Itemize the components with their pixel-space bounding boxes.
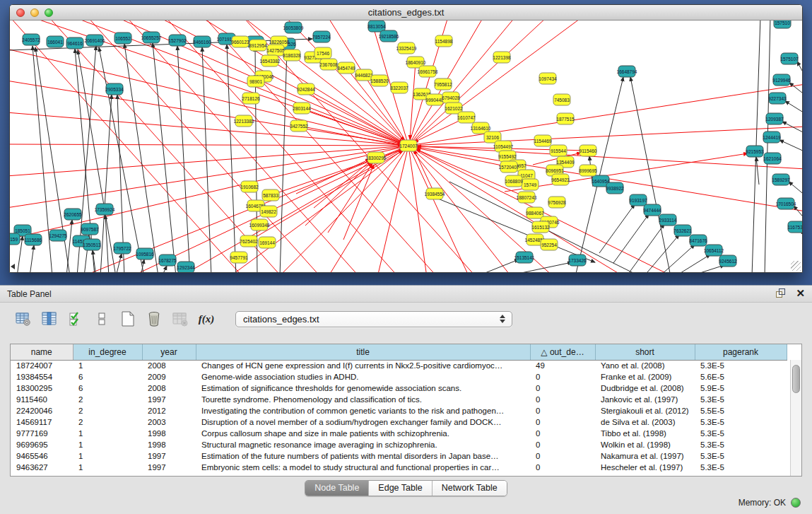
citation-edge[interactable] [10,144,408,146]
table-cell[interactable]: Yano et al. (2008) [595,360,695,371]
edge[interactable] [675,255,710,272]
window-titlebar[interactable]: citations_edges.txt [10,5,802,21]
table-cell[interactable]: 5.3E-5 [695,360,787,371]
graph-node[interactable]: 9242844 [297,83,315,95]
table-cell[interactable]: 22420046 [11,405,73,416]
network-graph[interactable]: 2405572166041964616206914061065521065525… [10,21,802,272]
network-canvas[interactable]: 2405572166041964616206914061065521065525… [10,21,802,272]
graph-node[interactable]: 9938922 [606,182,624,194]
table-row[interactable]: 1830029562008Estimation of significance … [11,382,787,394]
table-cell[interactable]: Changes of HCN gene expression and I(f) … [196,360,530,371]
graph-node[interactable]: 9660123 [231,36,249,47]
graph-node[interactable]: 17359924 [95,204,115,215]
column-header-title[interactable]: title [196,344,530,360]
table-cell[interactable]: 5.3E-5 [695,439,787,450]
edge[interactable] [177,46,190,272]
graph-node[interactable]: 9756928 [548,197,566,208]
table-cell[interactable]: Estimation of significance thresholds fo… [196,382,530,394]
table-cell[interactable]: 2003 [142,416,196,428]
memory-status-icon[interactable] [791,498,801,508]
checklist-icon[interactable] [67,310,84,327]
graph-node[interactable]: 9654923 [551,174,570,185]
table-cell[interactable]: 5.5E-5 [695,405,787,416]
table-selector-dropdown[interactable]: citations_edges.txt [235,311,512,327]
tab-node-table[interactable]: Node Table [305,481,369,496]
edge[interactable] [629,224,664,272]
tab-network-table[interactable]: Network Table [433,481,507,496]
table-cell[interactable]: 5.3E-5 [695,450,787,462]
graph-node[interactable]: 1724007 [399,140,418,151]
citation-edge[interactable] [408,146,427,272]
graph-node[interactable]: 1115686 [25,234,42,245]
graph-node[interactable]: 1097434 [539,73,557,84]
table-cell[interactable]: de Silva et al. (2003) [595,416,695,428]
edge[interactable] [785,101,802,114]
table-cell[interactable]: 5.3E-5 [695,416,787,428]
edge[interactable] [202,47,211,272]
citation-edge[interactable] [10,146,408,176]
graph-node[interactable]: 9215953 [746,146,764,157]
table-cell[interactable]: 5.9E-5 [695,382,787,394]
edge[interactable] [797,62,802,77]
edge[interactable] [431,196,595,262]
graph-node[interactable]: 8466160 [193,36,211,47]
citation-edge[interactable] [408,21,515,146]
table-cell[interactable]: 6 [73,371,142,382]
table-cell[interactable]: Jankovic et al. (1997) [595,394,695,405]
table-row[interactable]: 946554611997Estimation of the future num… [11,450,787,462]
column-header-short[interactable]: short [595,344,695,360]
graph-node[interactable]: 8454749 [337,62,355,74]
citation-edge[interactable] [343,165,374,240]
edge[interactable] [100,95,112,272]
table-cell[interactable]: 2008 [142,360,196,371]
table-cell[interactable]: Franke et al. (2009) [595,371,695,382]
graph-node[interactable]: 10655257 [141,32,162,43]
table-cell[interactable]: 5.3E-5 [695,428,787,439]
graph-node[interactable]: 17016504 [776,198,796,209]
table-cell[interactable]: Tibbo et al. (1998) [595,428,695,439]
citation-edge[interactable] [10,112,408,146]
citation-edge[interactable] [314,160,371,208]
table-row[interactable]: 2242004622012Investigating the contribut… [11,405,787,416]
table-cell[interactable]: 0 [530,416,595,428]
table-cell[interactable]: 9463627 [11,462,73,473]
trash-icon[interactable] [146,310,163,327]
graph-node[interactable]: 9227343 [768,93,787,104]
table-cell[interactable]: 14569117 [11,416,73,428]
graph-node[interactable]: 1350513 [83,239,101,250]
table-cell[interactable]: 2 [73,416,142,428]
table-cell[interactable]: 49 [530,360,595,371]
graph-node[interactable]: 149822 [260,206,277,217]
edge[interactable] [162,266,167,272]
table-cell[interactable]: 1 [73,450,142,462]
graph-node[interactable]: 1068809 [505,175,523,187]
table-cell[interactable]: Disruption of a novel member of a sodium… [196,416,530,428]
zoom-window-icon[interactable] [45,8,53,17]
graph-node[interactable]: 166041 [47,36,64,47]
graph-node[interactable]: 952254 [541,239,558,250]
edge[interactable] [505,262,572,272]
citation-edge[interactable] [408,146,512,272]
citation-edge[interactable] [408,127,802,146]
table-cell[interactable]: 0 [530,405,595,416]
graph-node[interactable]: 16648794 [617,66,637,77]
table-cell[interactable]: 5.3E-5 [695,462,787,473]
table-cell[interactable]: Structural magnetic resonance image aver… [196,439,530,450]
table-cell[interactable]: Investigating the contribution of common… [196,405,530,416]
graph-node[interactable]: 1575107 [780,53,799,64]
graph-node[interactable]: 9457791 [230,252,248,263]
table-cell[interactable]: 9777169 [11,428,73,439]
minimize-window-icon[interactable] [30,8,39,17]
graph-node[interactable]: 1733426 [568,255,587,266]
column-header-out_de[interactable]: △ out_de… [530,344,595,360]
graph-node[interactable]: 17546 [314,47,331,59]
table-column-icon[interactable] [41,310,58,327]
edge[interactable] [66,220,72,272]
graph-node[interactable]: 20691406 [85,35,105,46]
edge[interactable] [124,44,158,272]
table-row[interactable]: 969969511998Structural magnetic resonanc… [11,439,787,450]
table-cell[interactable]: Estimation of the future numbers of pati… [196,450,530,462]
graph-node[interactable]: 19218586 [379,30,399,42]
graph-node[interactable]: 10654112 [704,245,724,256]
table-cell[interactable]: Wolkin et al. (1998) [595,439,695,450]
